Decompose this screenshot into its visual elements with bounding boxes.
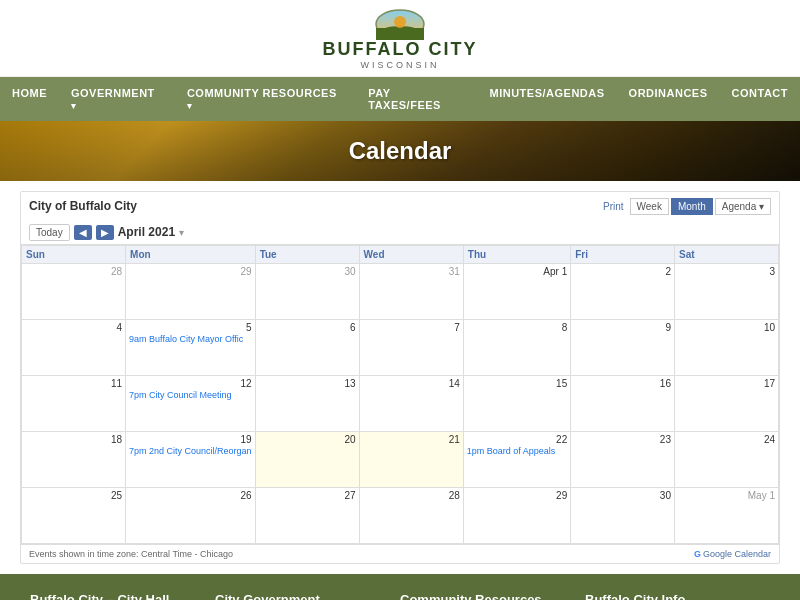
nav-item-taxes[interactable]: PAY TAXES/FEES (356, 77, 477, 121)
gcal-label: Google Calendar (703, 549, 771, 559)
dropdown-arrow: ▾ (71, 101, 77, 111)
cal-day[interactable]: 14 (359, 375, 463, 431)
cal-day[interactable]: 9 (571, 319, 675, 375)
logo-area: BUFFALO CITY WISCONSIN (323, 8, 478, 70)
site-state: WISCONSIN (360, 60, 439, 70)
cal-day[interactable]: 16 (571, 375, 675, 431)
calendar-owner: City of Buffalo City (29, 199, 137, 213)
nav-item-community[interactable]: COMMUNITY RESOURCES ▾ (175, 77, 356, 121)
calendar-header: City of Buffalo City Print Week Month Ag… (21, 192, 779, 221)
col-wed: Wed (359, 245, 463, 263)
nav-item-home[interactable]: HOME (0, 77, 59, 121)
footer-col-2: City Government City Council Comprehensi… (215, 592, 400, 600)
cal-day[interactable]: 26 (126, 487, 256, 543)
site-name: BUFFALO CITY (323, 40, 478, 60)
calendar-container: City of Buffalo City Print Week Month Ag… (20, 191, 780, 564)
cal-day[interactable]: 20 (255, 431, 359, 487)
timezone-label: Events shown in time zone: Central Time … (29, 549, 233, 559)
calendar-event[interactable]: 7pm 2nd City Council/Reorgan (129, 446, 252, 456)
col-thu: Thu (463, 245, 570, 263)
today-button[interactable]: Today (29, 224, 70, 241)
print-button[interactable]: Print (603, 201, 624, 212)
col-sun: Sun (22, 245, 126, 263)
svg-point-2 (394, 16, 406, 28)
cal-day[interactable]: 25 (22, 487, 126, 543)
cal-day[interactable]: May 1 (674, 487, 778, 543)
cal-day[interactable]: 7 (359, 319, 463, 375)
table-row: 25 26 27 28 29 30 May 1 (22, 487, 779, 543)
page-title: Calendar (349, 137, 452, 165)
cal-day[interactable]: 15 (463, 375, 570, 431)
month-view-button[interactable]: Month (671, 198, 713, 215)
cal-day[interactable]: 4 (22, 319, 126, 375)
cal-day[interactable]: 127pm City Council Meeting (126, 375, 256, 431)
cal-day[interactable]: 28 (359, 487, 463, 543)
cal-day[interactable]: 30 (255, 263, 359, 319)
nav-item-minutes[interactable]: MINUTES/AGENDAS (478, 77, 617, 121)
footer-col2-heading: City Government (215, 592, 385, 600)
main-nav: HOME GOVERNMENT ▾ COMMUNITY RESOURCES ▾ … (0, 77, 800, 121)
table-row: 11 127pm City Council Meeting 13 14 15 1… (22, 375, 779, 431)
cal-day[interactable]: 27 (255, 487, 359, 543)
cal-day[interactable]: Apr 1 (463, 263, 570, 319)
cal-day[interactable]: 31 (359, 263, 463, 319)
cal-day[interactable]: 197pm 2nd City Council/Reorgan (126, 431, 256, 487)
cal-day[interactable]: 29 (126, 263, 256, 319)
table-row: 4 59am Buffalo City Mayor Offic 6 7 8 9 … (22, 319, 779, 375)
cal-day[interactable]: 17 (674, 375, 778, 431)
cal-day[interactable]: 59am Buffalo City Mayor Offic (126, 319, 256, 375)
nav-item-ordinances[interactable]: ORDINANCES (617, 77, 720, 121)
footer-col1-heading: Buffalo City – City Hall (30, 592, 200, 600)
month-dropdown-arrow[interactable]: ▾ (179, 227, 184, 238)
cal-day[interactable]: 24 (674, 431, 778, 487)
col-mon: Mon (126, 245, 256, 263)
cal-day[interactable]: 13 (255, 375, 359, 431)
month-year-label: April 2021 (118, 225, 175, 239)
cal-day[interactable]: 6 (255, 319, 359, 375)
site-logo-icon (375, 8, 425, 40)
footer-col-4: Buffalo City Info About Calendar (585, 592, 770, 600)
view-controls: Print Week Month Agenda ▾ (603, 198, 771, 215)
agenda-view-button[interactable]: Agenda ▾ (715, 198, 771, 215)
cal-day[interactable]: 30 (571, 487, 675, 543)
next-month-button[interactable]: ▶ (96, 225, 114, 240)
calendar-event[interactable]: 1pm Board of Appeals (467, 446, 567, 456)
cal-day[interactable]: 28 (22, 263, 126, 319)
cal-day[interactable]: 221pm Board of Appeals (463, 431, 570, 487)
calendar-footer: Events shown in time zone: Central Time … (21, 544, 779, 563)
calendar-event[interactable]: 7pm City Council Meeting (129, 390, 252, 400)
prev-month-button[interactable]: ◀ (74, 225, 92, 240)
cal-day[interactable]: 10 (674, 319, 778, 375)
cal-day[interactable]: 29 (463, 487, 570, 543)
nav-item-contact[interactable]: CONTACT (720, 77, 800, 121)
cal-day[interactable]: 11 (22, 375, 126, 431)
week-view-button[interactable]: Week (630, 198, 669, 215)
footer-col-3: Community Resources BBC&M Recycling Cent… (400, 592, 585, 600)
col-tue: Tue (255, 245, 359, 263)
cal-day[interactable]: 3 (674, 263, 778, 319)
nav-item-government[interactable]: GOVERNMENT ▾ (59, 77, 175, 121)
footer-col4-heading: Buffalo City Info (585, 592, 755, 600)
cal-day-today[interactable]: 21 (359, 431, 463, 487)
calendar-grid: Sun Mon Tue Wed Thu Fri Sat 28 29 30 31 … (21, 245, 779, 544)
gcal-badge[interactable]: G Google Calendar (694, 549, 771, 559)
dropdown-arrow: ▾ (187, 101, 193, 111)
cal-day[interactable]: 23 (571, 431, 675, 487)
footer-col3-heading: Community Resources (400, 592, 570, 600)
site-footer: Buffalo City – City Hall 245 East 10th S… (0, 574, 800, 600)
col-fri: Fri (571, 245, 675, 263)
gcal-icon: G (694, 549, 701, 559)
main-content: City of Buffalo City Print Week Month Ag… (0, 181, 800, 574)
hero-banner: Calendar (0, 121, 800, 181)
cal-day[interactable]: 2 (571, 263, 675, 319)
table-row: 28 29 30 31 Apr 1 2 3 (22, 263, 779, 319)
cal-day[interactable]: 18 (22, 431, 126, 487)
calendar-event[interactable]: 9am Buffalo City Mayor Offic (129, 334, 252, 344)
cal-day[interactable]: 8 (463, 319, 570, 375)
col-sat: Sat (674, 245, 778, 263)
footer-col-1: Buffalo City – City Hall 245 East 10th S… (30, 592, 215, 600)
table-row: 18 197pm 2nd City Council/Reorgan 20 21 … (22, 431, 779, 487)
site-header: BUFFALO CITY WISCONSIN (0, 0, 800, 77)
